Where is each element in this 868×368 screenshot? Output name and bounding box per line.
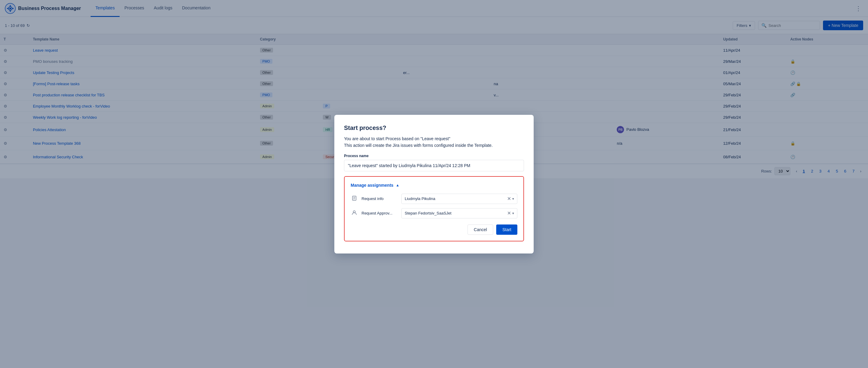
modal-desc1: You are about to start Process based on … <box>344 136 524 141</box>
modal-desc2: This action will create the Jira issues … <box>344 143 524 148</box>
manage-assignments-section: Manage assignments ▲ Request info Liudmy… <box>344 176 524 179</box>
modal-overlay[interactable]: Start process? You are about to start Pr… <box>0 0 868 178</box>
modal-title: Start process? <box>344 124 524 131</box>
process-name-label: Process name <box>344 154 524 158</box>
start-process-modal: Start process? You are about to start Pr… <box>334 115 534 179</box>
process-name-input[interactable] <box>344 160 524 171</box>
